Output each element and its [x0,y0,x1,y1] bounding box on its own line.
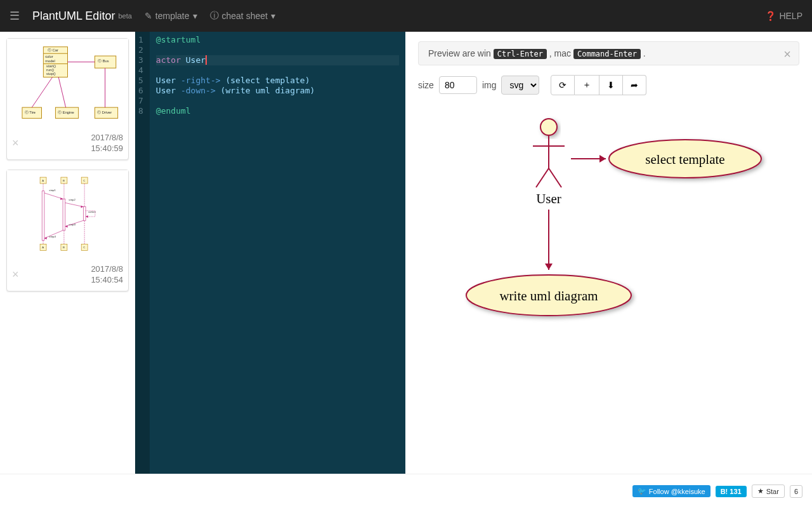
svg-rect-38 [83,206,86,220]
app-title: PlantUML Editor beta [32,10,132,23]
img-format-select[interactable]: svg [501,76,539,95]
question-icon: ❓ [765,11,776,21]
history-thumbnail: A B C A B C step1 step2 [7,170,128,259]
svg-line-19 [58,77,65,107]
svg-text:color: color [45,55,53,58]
svg-point-53 [540,119,557,135]
close-icon[interactable]: × [12,137,19,150]
history-sidebar: Ⓒ Car color model start() run() stop() Ⓒ… [0,32,135,474]
preview-pane: Preview are win Ctrl-Enter , mac Command… [405,32,812,474]
svg-line-57 [549,168,561,187]
svg-text:Ⓒ Bus: Ⓒ Bus [98,59,109,63]
star-icon: ★ [757,487,764,495]
github-star-count: 6 [790,485,802,498]
svg-marker-41 [60,197,63,200]
title-text: PlantUML Editor [32,10,115,23]
template-dropdown[interactable]: ✎ template ▾ [145,11,197,21]
code-editor[interactable]: 12345678 @startumlactor UserUser -right-… [135,32,405,474]
svg-text:Ⓒ Driver: Ⓒ Driver [97,110,112,114]
twitter-follow-button[interactable]: 🐦 Follow @kkeisuke [632,485,710,497]
download-icon: ⬇ [607,80,615,90]
svg-marker-52 [44,237,47,239]
svg-text:stop(): stop() [46,72,56,76]
svg-text:step4: step4 [49,235,56,238]
svg-text:C: C [83,246,85,249]
navbar: ☰ PlantUML Editor beta ✎ template ▾ ⓘ ch… [0,0,812,32]
hamburger-icon[interactable]: ☰ [10,9,20,23]
preview-toolbar: size img svg ⟳ ＋ ⬇ ➦ [418,75,799,95]
svg-line-18 [32,77,52,107]
help-button[interactable]: ❓ HELP [765,11,802,21]
add-button[interactable]: ＋ [575,75,599,95]
svg-rect-37 [63,199,65,231]
download-button[interactable]: ⬇ [599,75,623,95]
svg-text:Ⓒ Engine: Ⓒ Engine [58,110,74,114]
refresh-button[interactable]: ⟳ [551,75,575,95]
share-button[interactable]: ➦ [623,75,646,95]
svg-text:Ⓒ Tire: Ⓒ Tire [25,110,36,114]
kbd-shortcut: Command-Enter [573,49,641,59]
refresh-icon: ⟳ [559,80,566,90]
code-area[interactable]: @startumlactor UserUser -right-> (select… [150,32,405,474]
share-icon: ➦ [631,80,638,90]
edit-icon: ✎ [145,11,152,21]
history-item[interactable]: A B C A B C step1 step2 [6,170,129,291]
svg-line-40 [44,193,63,199]
usecase-label: write uml diagram [499,288,598,304]
svg-line-56 [536,168,549,187]
usecase-label: select template [645,152,724,167]
svg-marker-44 [81,206,84,208]
actor-label: User [536,191,561,206]
history-item[interactable]: Ⓒ Car color model start() run() stop() Ⓒ… [6,38,129,160]
svg-text:model: model [45,59,55,63]
img-label: img [482,80,497,90]
svg-text:step1: step1 [49,189,56,192]
twitter-icon: 🐦 [638,487,646,495]
svg-marker-62 [545,264,553,270]
diagram-output: User select template write uml diagram [418,108,799,337]
svg-marker-49 [65,225,68,228]
caret-down-icon: ▾ [193,11,197,21]
kbd-shortcut: Ctrl-Enter [494,49,547,59]
svg-text:step2: step2 [69,198,75,201]
caret-down-icon: ▾ [271,11,275,21]
svg-text:step3: step3 [69,223,75,226]
info-icon: ⓘ [210,10,219,22]
size-input[interactable] [439,76,477,94]
svg-text:B: B [63,246,65,249]
main: Ⓒ Car color model start() run() stop() Ⓒ… [0,32,812,474]
size-label: size [418,80,434,90]
svg-text:A: A [42,179,44,182]
svg-text:Ⓒ Car: Ⓒ Car [48,48,58,52]
cheatsheet-dropdown[interactable]: ⓘ cheat sheet ▾ [210,10,275,22]
svg-marker-46 [86,215,88,218]
history-thumbnail: Ⓒ Car color model start() run() stop() Ⓒ… [7,39,128,128]
line-gutter: 12345678 [135,32,150,474]
plus-icon: ＋ [582,79,591,91]
svg-marker-59 [599,155,606,163]
close-icon[interactable]: × [783,47,791,62]
footer: 🐦 Follow @kkeisuke B! 131 ★ Star 6 [0,474,812,508]
svg-text:C: C [83,179,85,182]
history-timestamp: 2017/8/8 15:40:54 [91,264,123,286]
svg-text:B: B [63,179,65,182]
svg-rect-36 [42,191,44,241]
close-icon[interactable]: × [12,268,19,281]
hatena-button[interactable]: B! 131 [716,486,747,497]
github-star-button[interactable]: ★ Star [752,485,785,498]
preview-hint-alert: Preview are win Ctrl-Enter , mac Command… [418,41,799,65]
svg-text:A: A [42,246,44,249]
beta-label: beta [118,12,131,20]
history-timestamp: 2017/8/8 15:40:59 [91,133,123,154]
svg-line-43 [65,203,84,206]
